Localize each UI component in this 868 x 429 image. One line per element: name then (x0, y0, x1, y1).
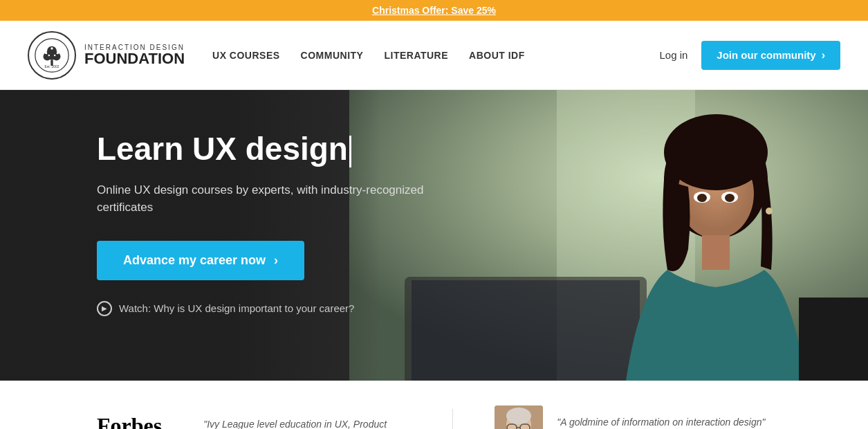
svg-rect-19 (702, 235, 730, 270)
login-button[interactable]: Log in (659, 49, 687, 61)
logo-tree-icon: Est. 2002 (35, 38, 69, 73)
logo-circle: Est. 2002 (28, 31, 76, 80)
forbes-logo-area: Forbes .com (97, 413, 162, 430)
hero-content: Learn UX design Online UX design courses… (97, 131, 456, 316)
logo[interactable]: Est. 2002 INTERACTION DESIGN FOUNDATION (28, 31, 185, 80)
don-norman-section: "A goldmine of information on interactio… (495, 405, 765, 429)
don-norman-photo (495, 405, 543, 429)
don-quote-area: "A goldmine of information on interactio… (557, 417, 765, 429)
play-icon: ▶ (97, 301, 112, 316)
svg-point-9 (57, 52, 59, 54)
header: Est. 2002 INTERACTION DESIGN FOUNDATION (0, 21, 868, 90)
svg-point-28 (506, 408, 531, 424)
svg-point-11 (54, 54, 56, 56)
text-cursor (349, 136, 351, 167)
nav-ux-courses[interactable]: UX COURSES (212, 50, 280, 61)
svg-point-8 (50, 47, 53, 49)
don-norman-avatar (495, 405, 543, 429)
svg-point-7 (45, 52, 47, 54)
cta-button[interactable]: Advance my career now › (97, 241, 304, 280)
hero-subtitle: Online UX design courses by experts, wit… (97, 181, 456, 217)
main-nav: UX COURSES COMMUNITY LITERATURE ABOUT ID… (212, 50, 659, 61)
svg-point-18 (664, 114, 768, 190)
top-banner: Christmas Offer: Save 25% (0, 0, 868, 21)
banner-link[interactable]: Christmas Offer: Save 25% (372, 5, 496, 16)
chevron-right-icon: › (822, 49, 825, 62)
join-button[interactable]: Join our community › (701, 41, 840, 70)
hero-title: Learn UX design (97, 131, 456, 167)
svg-rect-25 (799, 298, 868, 381)
watch-link[interactable]: ▶ Watch: Why is UX design important to y… (97, 301, 456, 316)
logo-text: INTERACTION DESIGN FOUNDATION (84, 44, 185, 66)
header-actions: Log in Join our community › (659, 41, 840, 70)
svg-rect-2 (50, 60, 53, 65)
svg-point-24 (766, 208, 773, 214)
svg-point-10 (48, 54, 50, 56)
svg-point-23 (725, 194, 735, 202)
nav-about-idf[interactable]: ABOUT IDF (469, 50, 525, 61)
nav-literature[interactable]: LITERATURE (384, 50, 448, 61)
chevron-right-icon: › (274, 253, 278, 268)
hero-section: Learn UX design Online UX design courses… (0, 90, 868, 381)
social-proof-section: Forbes .com "Ivy League level education … (0, 381, 868, 429)
svg-point-22 (697, 194, 707, 202)
forbes-quote: "Ivy League level education in UX, Produ… (203, 419, 411, 429)
vertical-divider (452, 409, 453, 429)
forbes-logo: Forbes (97, 413, 162, 430)
nav-community[interactable]: COMMUNITY (301, 50, 364, 61)
don-quote: "A goldmine of information on interactio… (557, 417, 765, 428)
